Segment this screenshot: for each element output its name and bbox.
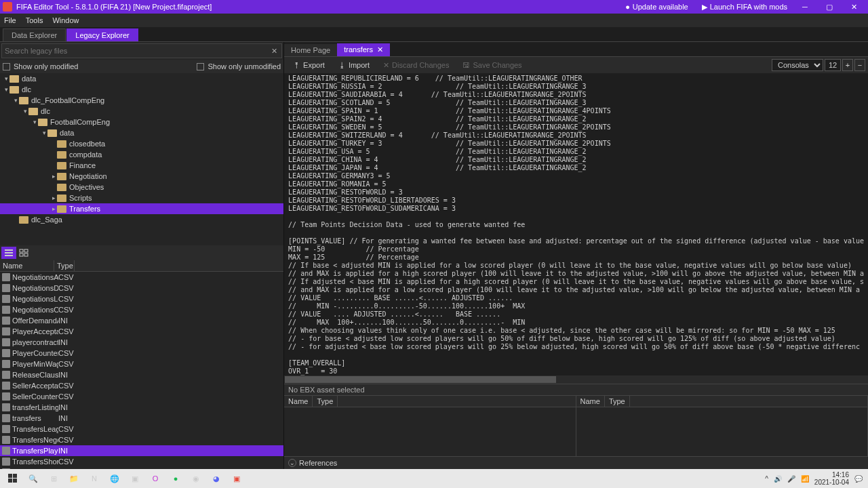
file-row-releaseclause[interactable]: ReleaseClauseINI xyxy=(0,369,283,380)
chevron-down-icon[interactable]: ⌄ xyxy=(288,459,296,467)
export-button[interactable]: ⭱ Export xyxy=(287,59,331,71)
svg-rect-7 xyxy=(8,474,12,478)
maximize-button[interactable]: ▢ xyxy=(818,3,841,11)
reference-tables: NameType NameType xyxy=(284,395,868,456)
only-unmodified-checkbox[interactable] xyxy=(197,63,204,70)
tree-node-objectives[interactable]: Objectives xyxy=(0,182,283,192)
file-row-negotiationsde[interactable]: NegotiationsDeCSV xyxy=(0,283,283,293)
file-row-sellercountero[interactable]: SellerCounterOCSV xyxy=(0,391,283,402)
references-bar[interactable]: ⌄ References xyxy=(284,456,868,469)
tree-node-scripts[interactable]: ▸Scripts xyxy=(0,192,283,203)
launch-fifa-button[interactable]: ▶ Launch FIFA with mods xyxy=(695,3,794,12)
tree-node-transfers[interactable]: ▸Transfers xyxy=(0,203,283,214)
tree-node-dlc[interactable]: ▾dlc xyxy=(0,106,283,117)
tray-chevron-icon[interactable]: ^ xyxy=(765,475,768,483)
text-editor[interactable]: LEAGUERATING_REPUBLICIRELAND = 6 // Team… xyxy=(284,73,868,375)
file-row-negotiationslo[interactable]: NegotiationsLoCSV xyxy=(0,293,283,304)
tray-mic-icon[interactable]: 🎤 xyxy=(787,475,795,483)
tree-node-dlc[interactable]: ▾dlc xyxy=(0,84,283,95)
tree-node-dlc_saga[interactable]: dlc_Saga xyxy=(0,214,283,225)
update-available-button[interactable]: ● Update available xyxy=(618,3,695,11)
font-select[interactable]: Consolas xyxy=(772,59,823,71)
tray-network-icon[interactable]: 📶 xyxy=(801,475,809,483)
file-row-transfersplayer[interactable]: TransfersPlayerINI xyxy=(0,445,283,456)
obs-icon[interactable]: ◉ xyxy=(186,470,206,487)
discard-changes-button[interactable]: ✕ Discard Changes xyxy=(377,59,455,72)
grid-view-icon[interactable] xyxy=(16,247,31,259)
tree-node-negotiation[interactable]: ▸Negotiation xyxy=(0,171,283,182)
svg-rect-5 xyxy=(20,253,23,256)
tab-home-page[interactable]: Home Page xyxy=(284,44,337,56)
search-input[interactable] xyxy=(2,47,267,55)
tab-legacy-explorer[interactable]: Legacy Explorer xyxy=(66,28,138,41)
opera-icon[interactable]: O xyxy=(145,470,165,487)
editor-h-scrollbar[interactable] xyxy=(284,375,868,384)
file-row-negotiationsar[interactable]: NegotiationsArCSV xyxy=(0,272,283,283)
ref-col-name-2[interactable]: Name xyxy=(576,396,605,407)
search-clear-icon[interactable]: ✕ xyxy=(267,47,281,56)
tree-node-data[interactable]: ▾data xyxy=(0,127,283,138)
tray-notifications-icon[interactable]: 💬 xyxy=(854,475,863,483)
menu-tools[interactable]: Tools xyxy=(26,16,43,24)
svg-rect-9 xyxy=(8,479,12,483)
folder-tree[interactable]: ▾data▾dlc▾dlc_FootballCompEng▾dlc▾Footba… xyxy=(0,73,283,245)
file-explorer-icon[interactable]: 📁 xyxy=(64,470,84,487)
fifa-editor-icon[interactable]: ▣ xyxy=(226,470,247,487)
close-button[interactable]: ✕ xyxy=(843,3,865,11)
tree-node-closedbeta[interactable]: closedbeta xyxy=(0,138,283,149)
import-button[interactable]: ⭳ Import xyxy=(332,59,376,71)
file-row-playerminwage[interactable]: PlayerMinWageCSV xyxy=(0,359,283,369)
tab-transfers[interactable]: transfers✕ xyxy=(337,43,390,56)
file-row-transfersshortli[interactable]: TransfersShortliCSV xyxy=(0,456,283,467)
file-row-transfersnegot[interactable]: TransfersNegotCSV xyxy=(0,434,283,445)
ref-col-type-1[interactable]: Type xyxy=(313,396,338,407)
svg-rect-4 xyxy=(24,249,28,252)
file-row-transfersleague[interactable]: TransfersLeagueCSV xyxy=(0,424,283,434)
right-pane: Home Page transfers✕ ⭱ Export ⭳ Import ✕… xyxy=(284,42,868,469)
font-size-decrease[interactable]: − xyxy=(854,59,865,71)
list-view-icon[interactable] xyxy=(1,247,16,259)
only-modified-checkbox[interactable] xyxy=(3,63,10,70)
taskbar-search-icon[interactable]: 🔍 xyxy=(23,470,43,487)
minimize-button[interactable]: ─ xyxy=(794,3,816,11)
menu-window[interactable]: Window xyxy=(52,16,79,24)
save-changes-button[interactable]: 🖫 Save Changes xyxy=(456,59,528,71)
discord-icon[interactable]: ◕ xyxy=(206,470,226,487)
tree-node-finance[interactable]: Finance xyxy=(0,160,283,171)
app-icon-2[interactable]: ▣ xyxy=(125,470,145,487)
chrome-icon[interactable]: 🌐 xyxy=(104,470,125,487)
ref-col-name-1[interactable]: Name xyxy=(284,396,313,407)
tree-node-footballcompeng[interactable]: ▾FootballCompEng xyxy=(0,117,283,127)
only-unmodified-label: Show only unmodified xyxy=(208,62,281,70)
menu-file[interactable]: File xyxy=(4,16,16,24)
tree-node-data[interactable]: ▾data xyxy=(0,73,283,84)
col-type[interactable]: Type xyxy=(54,260,75,271)
file-row-selleracceptanc[interactable]: SellerAcceptancCSV xyxy=(0,380,283,391)
start-button[interactable] xyxy=(3,470,23,487)
file-row-transferlisting[interactable]: transferListingINI xyxy=(0,402,283,413)
left-tab-strip: Data Explorer Legacy Explorer xyxy=(0,27,868,42)
svg-rect-3 xyxy=(20,249,23,252)
font-size-increase[interactable]: + xyxy=(842,59,853,71)
tab-close-icon[interactable]: ✕ xyxy=(377,45,383,54)
font-size-input[interactable] xyxy=(825,59,841,71)
file-row-negotiationsof[interactable]: NegotiationsOfCSV xyxy=(0,304,283,315)
file-row-playercontract[interactable]: playercontractINI xyxy=(0,337,283,348)
title-bar: FIFA Editor Tool - 5.8.1.0 (FIFA 21) [Ne… xyxy=(0,0,868,14)
left-pane: ✕ Show only modified Show only unmodifie… xyxy=(0,42,284,469)
file-row-offerdemanda[interactable]: OfferDemandAINI xyxy=(0,315,283,326)
tray-volume-icon[interactable]: 🔊 xyxy=(774,475,782,483)
tree-node-dlc_footballcompeng[interactable]: ▾dlc_FootballCompEng xyxy=(0,95,283,106)
tray-clock[interactable]: 14:162021-10-04 xyxy=(814,471,849,486)
app-icon-1[interactable]: N xyxy=(84,470,104,487)
tree-node-compdata[interactable]: compdata xyxy=(0,149,283,160)
col-name[interactable]: Name xyxy=(0,260,54,271)
spotify-icon[interactable]: ● xyxy=(165,470,186,487)
tab-data-explorer[interactable]: Data Explorer xyxy=(3,28,66,41)
task-view-icon[interactable]: ⊞ xyxy=(43,470,64,487)
file-row-playeracceptan[interactable]: PlayerAcceptanCSV xyxy=(0,326,283,337)
ref-col-type-2[interactable]: Type xyxy=(605,396,630,407)
file-row-playercounterc[interactable]: PlayerCounterCCSV xyxy=(0,348,283,359)
file-row-transfers[interactable]: transfersINI xyxy=(0,413,283,424)
editor-toolbar: ⭱ Export ⭳ Import ✕ Discard Changes 🖫 Sa… xyxy=(284,57,868,73)
